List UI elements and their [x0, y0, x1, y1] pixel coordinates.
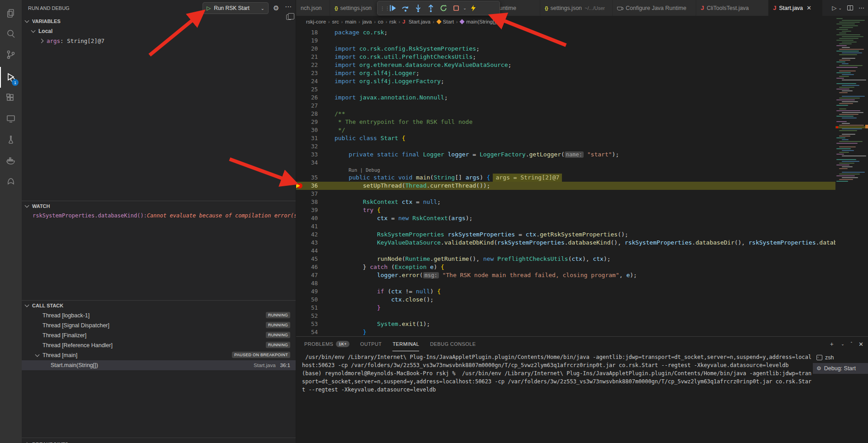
restart-icon[interactable] [437, 2, 450, 14]
new-terminal-icon[interactable]: ＋ [829, 340, 835, 348]
terminal-output[interactable]: /usr/bin/env /Library/Internet\ Plug-Ins… [302, 353, 813, 394]
close-panel-icon[interactable]: ✕ [859, 341, 863, 348]
call-stack-header[interactable]: CALL STACK [22, 301, 296, 311]
gutter-breakpoint-zone[interactable] [296, 118, 302, 126]
gutter-breakpoint-zone[interactable] [296, 255, 302, 263]
breadcrumb-item[interactable]: co [378, 19, 383, 24]
panel-tab-problems[interactable]: PROBLEMS1K+ [304, 337, 349, 351]
gutter-breakpoint-zone[interactable] [296, 159, 302, 167]
misc-extension-icon[interactable] [0, 171, 22, 192]
breadcrumb-symbol[interactable]: main(String[]) [460, 19, 497, 24]
gear-icon[interactable]: ⚙ [273, 4, 279, 12]
continue-icon[interactable] [387, 2, 399, 14]
gutter-breakpoint-zone[interactable] [296, 182, 302, 190]
gutter-breakpoint-zone[interactable] [296, 142, 302, 151]
gutter-breakpoint-zone[interactable] [296, 102, 302, 110]
source-control-icon[interactable] [0, 44, 22, 65]
breadcrumb-item[interactable]: src [332, 19, 339, 24]
gutter-breakpoint-zone[interactable] [296, 239, 302, 247]
gutter-breakpoint-zone[interactable] [296, 214, 302, 222]
terminal-session-debug-start[interactable]: ⚙Debug: Start [813, 363, 868, 374]
terminal-session-zsh[interactable]: ›zsh [813, 352, 868, 363]
tab-nch-json[interactable]: nch.json [296, 0, 330, 16]
call-stack-thread[interactable]: Thread [Reference Handler]RUNNING [22, 340, 296, 350]
tab-configure-java-runtime[interactable]: Configure Java Runtime [613, 0, 696, 16]
gutter-breakpoint-zone[interactable] [296, 61, 302, 69]
extensions-icon[interactable] [0, 88, 22, 108]
gutter-breakpoint-zone[interactable] [296, 231, 302, 239]
gutter-breakpoint-zone[interactable] [296, 222, 302, 231]
stop-icon[interactable] [450, 2, 462, 14]
breakpoints-header[interactable]: BREAKPOINTS [22, 439, 68, 443]
panel-tab-output[interactable]: OUTPUT [360, 337, 382, 351]
call-stack-thread[interactable]: Thread [Finalizer]RUNNING [22, 330, 296, 340]
gutter-breakpoint-zone[interactable] [296, 271, 302, 279]
gutter-breakpoint-zone[interactable] [296, 279, 302, 287]
gutter-breakpoint-zone[interactable] [296, 263, 302, 271]
call-stack-frame[interactable]: Start.main(String[])Start.java36:1 [22, 360, 296, 370]
drag-grip-icon[interactable]: ⋮⋮ [380, 7, 387, 9]
gutter-breakpoint-zone[interactable] [296, 174, 302, 182]
variable-args[interactable]: args: String[2]@7 [22, 36, 296, 45]
gutter-breakpoint-zone[interactable] [296, 304, 302, 312]
gutter-breakpoint-zone[interactable] [296, 151, 302, 159]
code-editor[interactable]: 18package co.rsk;1920import co.rsk.confi… [296, 28, 835, 336]
panel-tab-debug-console[interactable]: DEBUG CONSOLE [430, 337, 476, 351]
watch-header[interactable]: WATCH [22, 201, 296, 211]
gutter-breakpoint-zone[interactable] [296, 198, 302, 206]
gutter-breakpoint-zone[interactable] [296, 126, 302, 134]
breadcrumb-symbol[interactable]: Start [437, 19, 454, 24]
maximize-panel-icon[interactable]: ˆ [851, 342, 852, 347]
breadcrumb-file[interactable]: J Start.java [402, 19, 430, 24]
run-file-icon[interactable]: ▷ [832, 5, 836, 11]
terminal-dropdown-chevron-icon[interactable]: ⌄ [841, 342, 844, 346]
breadcrumb-item[interactable]: rsk [389, 19, 396, 24]
step-over-icon[interactable] [399, 2, 412, 14]
gutter-breakpoint-zone[interactable] [296, 45, 302, 53]
docker-icon[interactable] [0, 150, 22, 171]
codelens-run-debug[interactable]: Run | Debug [296, 167, 835, 174]
more-actions-icon[interactable]: ⋯ [285, 3, 292, 11]
call-stack-thread[interactable]: Thread [Signal Dispatcher]RUNNING [22, 320, 296, 330]
step-into-icon[interactable] [412, 2, 425, 14]
breadcrumb-item[interactable]: java [362, 19, 372, 24]
gutter-breakpoint-zone[interactable] [296, 110, 302, 118]
search-icon[interactable] [0, 24, 22, 44]
gutter-breakpoint-zone[interactable] [296, 328, 302, 336]
gutter-breakpoint-zone[interactable] [296, 296, 302, 304]
minimap[interactable] [835, 17, 865, 334]
explorer-icon[interactable] [0, 3, 22, 24]
variables-header[interactable]: VARIABLES [22, 16, 296, 26]
breadcrumb-item[interactable]: rskj-core [306, 19, 326, 24]
run-and-debug-icon[interactable]: 1 [0, 67, 22, 88]
gutter-breakpoint-zone[interactable] [296, 85, 302, 94]
step-out-icon[interactable] [425, 2, 437, 14]
gutter-breakpoint-zone[interactable] [296, 320, 302, 328]
tab-start-java[interactable]: JStart.java✕ [769, 0, 823, 16]
more-actions-icon[interactable]: ⋯ [859, 5, 864, 11]
tab-clitoolstest-java[interactable]: JCliToolsTest.java [696, 0, 769, 16]
watch-expression[interactable]: rskSystemProperties.databaseKind(): Cann… [22, 211, 296, 220]
gutter-breakpoint-zone[interactable] [296, 77, 302, 85]
remote-explorer-icon[interactable] [0, 108, 22, 129]
gutter-breakpoint-zone[interactable] [296, 134, 302, 142]
stop-dropdown-chevron-icon[interactable]: ⌄ [462, 2, 467, 14]
gutter-breakpoint-zone[interactable] [296, 247, 302, 255]
gutter-breakpoint-zone[interactable] [296, 28, 302, 37]
call-stack-thread[interactable]: Thread [main]PAUSED ON BREAKPOINT [22, 350, 296, 360]
split-editor-icon[interactable] [847, 5, 853, 10]
breadcrumb-item[interactable]: main [345, 19, 356, 24]
variables-scope-local[interactable]: Local [22, 26, 296, 36]
gutter-breakpoint-zone[interactable] [296, 53, 302, 61]
testing-icon[interactable] [0, 129, 22, 150]
tab-settings-json[interactable]: {}settings.json~/.../User [540, 0, 613, 16]
gutter-breakpoint-zone[interactable] [296, 287, 302, 296]
launch-config-dropdown[interactable]: ▷ Run RSK Start ⌄ [203, 2, 269, 14]
call-stack-thread[interactable]: Thread [logback-1]RUNNING [22, 311, 296, 320]
run-dropdown-chevron-icon[interactable]: ⌄ [838, 6, 842, 10]
panel-tab-terminal[interactable]: TERMINAL [392, 337, 419, 351]
close-icon[interactable]: ✕ [807, 5, 811, 11]
gutter-breakpoint-zone[interactable] [296, 94, 302, 102]
gutter-breakpoint-zone[interactable] [296, 190, 302, 198]
gutter-breakpoint-zone[interactable] [296, 37, 302, 45]
